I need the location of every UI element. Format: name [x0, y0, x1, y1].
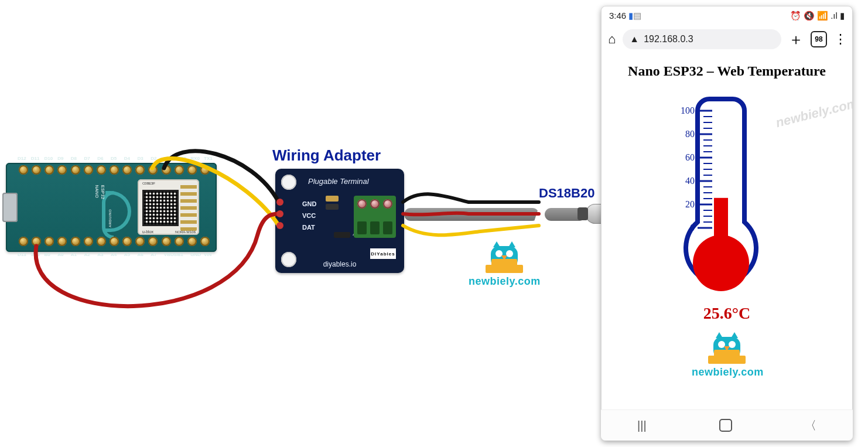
kebab-menu-icon[interactable]: ⋮ [834, 32, 846, 47]
logo-text: newbiely.com [692, 366, 762, 378]
pin-d5 [110, 165, 119, 175]
diyables-badge: DIYables [370, 248, 396, 259]
new-tab-button[interactable]: ＋ [788, 29, 804, 50]
pin-a7 [148, 237, 158, 246]
diagram-stage: newbiely.com C08E3F u-blox NORA-W106 NAN… [0, 0, 868, 447]
svg-text:20: 20 [685, 199, 695, 209]
terminal-slot [383, 221, 392, 234]
arduino-nano-esp32: C08E3F u-blox NORA-W106 NANO ESP32 ARDUI… [6, 163, 217, 252]
page-title: Nano ESP32 – Web Temperature [607, 63, 847, 79]
pin-vin [200, 237, 210, 246]
webpage-content: Nano ESP32 – Web Temperature newbiely.co… [601, 56, 853, 378]
status-icons: ⏰ 🔇 📶 .ıl ▮ [790, 11, 845, 21]
address-bar[interactable]: ▲ 192.168.0.3 [623, 29, 781, 49]
pin-d4 [122, 165, 132, 175]
pin-d12 [19, 165, 28, 175]
pin-row-top [19, 165, 210, 178]
pin-a2 [84, 237, 93, 246]
pin-label: A6 [137, 252, 143, 257]
recents-button[interactable]: ||| [637, 419, 647, 432]
svg-rect-4 [714, 198, 728, 240]
pin-rst [175, 165, 184, 175]
pin-label: TX1 [204, 156, 213, 161]
pin-label: A0 [57, 252, 63, 257]
sensor-cable [404, 208, 539, 221]
status-time: 3:46 ▮▤ [609, 11, 641, 21]
pin-d9 [57, 165, 67, 175]
pin-tx1 [200, 165, 210, 175]
board-mfr: ARDUINO [108, 209, 112, 227]
pin-d11 [32, 165, 41, 175]
status-bar: 3:46 ▮▤ ⏰ 🔇 📶 .ıl ▮ [601, 6, 853, 26]
pin-a1 [71, 237, 80, 246]
pin-label: D13 [18, 252, 26, 257]
pin-d2 [148, 165, 158, 175]
home-icon[interactable]: ⌂ [608, 32, 616, 47]
pin-rx0 [187, 165, 197, 175]
laptop-icon [708, 356, 746, 364]
board-label-esp32: ESP32 [101, 185, 105, 199]
pin-d6 [97, 165, 106, 175]
pin-gnd [162, 165, 171, 175]
pin-label: A4 [111, 252, 117, 257]
terminal-slot [357, 221, 367, 234]
screw-icon [357, 199, 367, 209]
pin-label: D6 [97, 156, 103, 161]
pin-label: A1 [71, 252, 77, 257]
thermometer-icon: 100806040200 [662, 87, 791, 298]
back-button[interactable]: 〈 [805, 418, 816, 434]
url-text: 192.168.0.3 [644, 34, 693, 45]
chip-brand: u-blox [142, 230, 153, 234]
qr-code-icon [142, 190, 179, 226]
smartphone-mockup: 3:46 ▮▤ ⏰ 🔇 📶 .ıl ▮ ⌂ ▲ 192.168.0.3 ＋ 98… [601, 6, 853, 441]
pin-label: RX0 [190, 156, 200, 161]
pin-a4 [110, 237, 119, 246]
adapter-subtitle: Plugable Terminal [308, 177, 369, 186]
pin-label: D7 [84, 156, 90, 161]
tab-count-button[interactable]: 98 [811, 31, 827, 47]
home-button[interactable] [719, 419, 732, 432]
pin-label: D2 [151, 156, 156, 161]
pin-a5 [122, 237, 132, 246]
browser-toolbar: ⌂ ▲ 192.168.0.3 ＋ 98 ⋮ [601, 26, 853, 56]
pin-label: A7 [151, 252, 156, 257]
pin-label: B0 [44, 252, 50, 257]
pin-label: A3 [97, 252, 103, 257]
pin-b1 [175, 237, 184, 246]
chip-code: C08E3F [142, 182, 155, 185]
pin-a6 [135, 237, 145, 246]
chip-model: NORA-W106 [175, 230, 196, 234]
screw-icon [370, 199, 380, 209]
pin-label: D5 [111, 156, 117, 161]
screw-terminal-block [354, 196, 396, 238]
pin-label: D8 [71, 156, 77, 161]
pin-label: D3 [137, 156, 143, 161]
pin-label: D4 [124, 156, 130, 161]
laptop-icon [486, 265, 523, 273]
newbiely-logo: newbiely.com [692, 337, 762, 378]
mount-hole [281, 252, 296, 267]
pin-label: D10 [44, 156, 53, 161]
temperature-reading: 25.6°C [607, 304, 847, 323]
usb-c-port [2, 193, 18, 222]
board-label-nano: NANO [95, 185, 99, 198]
pin-label: VIN [204, 252, 211, 257]
not-secure-icon: ▲ [630, 34, 639, 45]
pin-a0 [57, 237, 67, 246]
adapter-header-labels: GND VCC DAT [302, 198, 316, 233]
pin-label: D12 [18, 156, 26, 161]
adapter-brand: diyables.io [323, 260, 357, 268]
svg-text:80: 80 [685, 129, 695, 139]
logo-text: newbiely.com [469, 275, 541, 288]
antenna-icon [180, 183, 197, 231]
solder-pad [326, 204, 339, 210]
pin-gnd [187, 237, 197, 246]
pin-label: A5 [124, 252, 130, 257]
pin-d13 [19, 237, 28, 246]
screw-icon [383, 199, 392, 209]
pin-b0 [45, 237, 54, 246]
sensor-label: DS18B20 [539, 186, 594, 201]
pin-d3 [135, 165, 145, 175]
pin-label: GND [164, 156, 175, 161]
pin-vbus [162, 237, 171, 246]
